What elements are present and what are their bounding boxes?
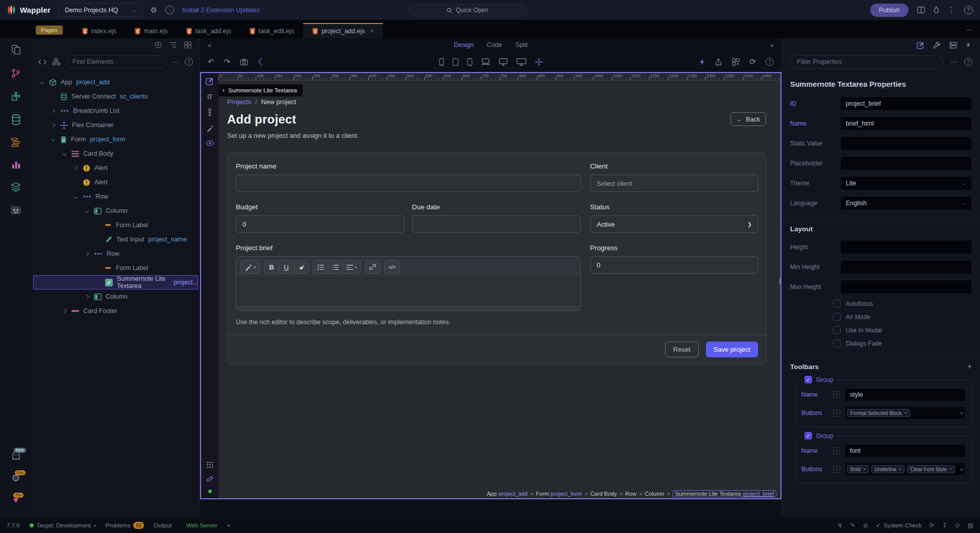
prop-id-input[interactable]: project_brief [840, 96, 972, 111]
find-elements-input[interactable]: Find Elements [66, 55, 166, 68]
collapse-left-panel-icon[interactable]: « [208, 41, 211, 49]
more-options-icon[interactable]: ⋯ [172, 58, 179, 66]
tree-item-app[interactable]: Appproject_add [33, 75, 198, 89]
activity-layers-icon[interactable] [11, 182, 21, 192]
group-checkbox[interactable]: ✓ [804, 376, 812, 383]
chevron-right-icon[interactable] [84, 251, 90, 257]
path-segment[interactable]: App project_add [487, 491, 528, 497]
scope-icon[interactable] [155, 41, 162, 49]
button-chip[interactable]: Bold× [847, 465, 869, 473]
prop-static-value-input[interactable] [840, 136, 972, 151]
layout-grid-icon[interactable] [184, 41, 191, 49]
magic-icon[interactable] [206, 125, 214, 132]
checkbox-box[interactable] [833, 326, 841, 334]
collapse-tree-icon[interactable] [169, 42, 177, 48]
refresh-icon[interactable]: ⟳ [749, 57, 756, 66]
tree-item-row[interactable]: Row [33, 247, 198, 261]
ordered-list-button[interactable]: 123 [328, 260, 343, 274]
activity-database-icon[interactable] [11, 114, 21, 125]
chevron-down-icon[interactable] [51, 137, 56, 142]
status-select[interactable]: Active ❯ [590, 215, 758, 233]
theme-droplet-icon[interactable] [934, 6, 939, 14]
project-selector[interactable]: Demo Projects HQ ⌄ [59, 3, 142, 17]
tree-item-alert[interactable]: Alert [33, 161, 198, 175]
device-desktop-icon[interactable] [499, 58, 507, 66]
install-updates-link[interactable]: Install 2 Extension Updates [182, 7, 259, 14]
reset-button[interactable]: Reset [665, 342, 699, 357]
tab-index.ejs[interactable]: index.ejs [73, 23, 126, 38]
target-selector[interactable]: Target: Development▾ [30, 522, 96, 528]
tab-task_add.ejs[interactable]: task_add.ejs [177, 23, 240, 38]
prop-placeholder-input[interactable] [840, 156, 972, 171]
activity-pro-heart-icon[interactable]: ♥Pro [13, 496, 18, 504]
chevron-down-icon[interactable] [62, 151, 67, 157]
client-select-input[interactable]: Select client [590, 175, 758, 192]
tree-item-flex-container[interactable]: Flex Container [33, 118, 198, 132]
flash-actions-icon[interactable] [699, 58, 705, 66]
tree-item-breadcrumb-list[interactable]: Breadcrumb List [33, 104, 198, 118]
tree-item-alert[interactable]: Alert [33, 175, 198, 189]
device-mobile-large-icon[interactable] [467, 58, 472, 66]
checkbox-autofocus[interactable]: Autofocus [833, 300, 972, 307]
chevron-right-icon[interactable] [62, 308, 67, 314]
path-segment[interactable]: Summernote Lite Textarea project_brief [673, 490, 776, 497]
activity-charts-icon[interactable] [11, 160, 21, 169]
code-icon[interactable] [38, 59, 46, 65]
checkbox-box[interactable] [833, 300, 841, 307]
publish-button[interactable]: Publish [870, 4, 909, 17]
undo-icon[interactable]: ↶ [208, 57, 214, 66]
path-segment[interactable]: Form project_form [536, 491, 582, 497]
layout-min-height-input[interactable] [840, 260, 972, 274]
tree-item-form-label[interactable]: Form Label [33, 218, 198, 232]
underline-button[interactable]: U [279, 260, 294, 274]
progress-input[interactable]: 0 [590, 256, 758, 274]
system-check-button[interactable]: ✓System Check [876, 522, 922, 529]
view-tab-code[interactable]: Code [487, 41, 502, 49]
tree-item-text-input[interactable]: Text Inputproject_name [33, 232, 198, 247]
server-actions-icon[interactable] [949, 42, 957, 49]
path-segment[interactable]: Column [645, 491, 664, 497]
status-dot-icon[interactable] [208, 490, 212, 493]
tab-project_add.ejs[interactable]: project_add.ejs× [303, 23, 383, 38]
activity-beta-tool-icon[interactable]: Beta [11, 451, 21, 461]
problems-button[interactable]: Problems65 [106, 522, 144, 529]
help-icon[interactable]: ? [964, 58, 972, 66]
settings-icon[interactable]: ⚙ [151, 6, 157, 14]
device-desktop-large-icon[interactable] [516, 58, 526, 66]
close-icon[interactable]: × [370, 28, 374, 35]
ruler-tool-icon[interactable] [206, 475, 213, 482]
panel-resize-handle[interactable]: ∥ [778, 277, 781, 284]
summernote-editable-area[interactable] [236, 278, 580, 306]
tree-item-column[interactable]: Column [33, 204, 198, 218]
filter-properties-input[interactable]: Filter Properties [790, 55, 944, 69]
apps-grid-icon[interactable] [207, 462, 213, 468]
flash-icon[interactable] [966, 41, 971, 49]
more-options-icon[interactable]: ⋯ [950, 58, 958, 66]
group-buttons-select[interactable]: Format Selected Block×▾ [845, 406, 966, 420]
group-name-input[interactable]: font [845, 444, 966, 457]
project-name-input[interactable] [236, 175, 581, 192]
code-view-button[interactable]: </> [384, 260, 400, 274]
chevron-down-icon[interactable] [73, 194, 79, 200]
device-mobile-icon[interactable] [439, 58, 444, 66]
edit-icon[interactable]: ✎ [850, 522, 855, 529]
checkbox-use-in-modal[interactable]: Use In Modal [833, 326, 972, 334]
group-checkbox[interactable]: ✓ [804, 432, 812, 440]
path-segment[interactable]: Row [625, 491, 636, 497]
chevron-right-icon[interactable] [84, 294, 90, 300]
chevron-down-icon[interactable] [39, 80, 45, 85]
chevron-right-icon[interactable] [73, 165, 79, 171]
bold-button[interactable]: B [264, 260, 279, 274]
layout-height-input[interactable] [840, 240, 972, 254]
edit-icon[interactable] [206, 77, 214, 85]
activity-extensions-icon[interactable] [11, 91, 21, 102]
clear-style-button[interactable] [293, 260, 309, 274]
activity-styles-icon[interactable] [11, 138, 21, 147]
tree-item-form-label[interactable]: Form Label [33, 261, 198, 275]
activity-settings-icon[interactable]: ⚙Exp [11, 473, 20, 483]
paragraph-align-button[interactable]: ▾ [342, 260, 361, 274]
share-export-icon[interactable] [715, 58, 722, 66]
checkbox-air-mode[interactable]: Air Mode [833, 313, 972, 321]
chevron-right-icon[interactable] [51, 108, 56, 114]
panel-layout-icon[interactable] [917, 7, 925, 13]
